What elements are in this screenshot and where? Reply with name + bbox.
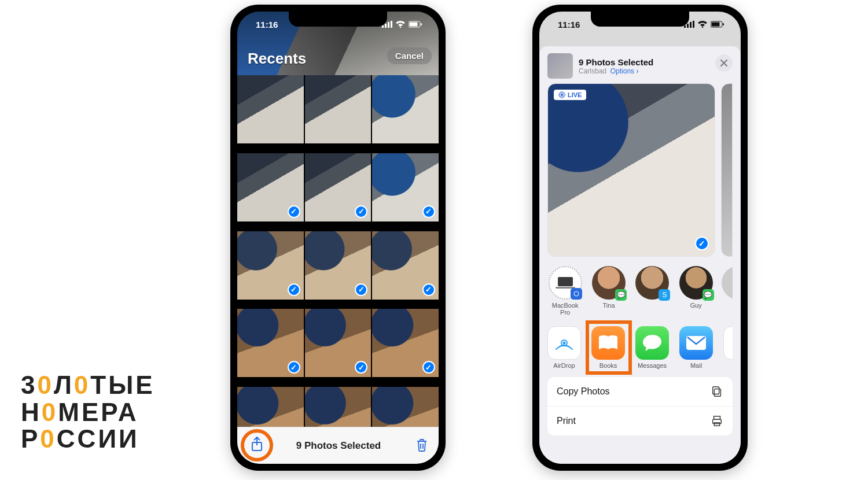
share-apps-row[interactable]: AirDrop Books — [539, 323, 741, 374]
copy-icon — [711, 385, 723, 398]
live-icon — [558, 91, 565, 98]
svg-rect-20 — [558, 277, 573, 286]
selected-check-icon: ✓ — [288, 361, 300, 374]
svg-rect-6 — [410, 23, 418, 27]
books-icon — [591, 326, 625, 360]
photo-grid[interactable]: ✓ ✓ ✓ ✓ ✓ ✓ ✓ ✓ ✓ — [237, 75, 439, 464]
contact-more[interactable] — [722, 266, 733, 302]
svg-rect-15 — [712, 23, 720, 27]
avatar: 💬 — [592, 266, 626, 300]
status-time: 11:16 — [558, 20, 580, 29]
thumb[interactable]: ✓ — [237, 309, 304, 377]
album-title: Recents — [248, 50, 306, 67]
contact-name: MacBook Pro — [547, 302, 583, 316]
close-button[interactable] — [715, 54, 733, 72]
thumb[interactable]: ✓ — [237, 231, 304, 300]
thumb[interactable] — [237, 75, 304, 143]
cancel-button[interactable]: Cancel — [387, 47, 432, 64]
header-title: 9 Photos Selected — [579, 57, 653, 67]
thumb[interactable]: ✓ — [372, 231, 439, 300]
app-mail[interactable]: Mail — [679, 326, 713, 369]
thumb[interactable]: ✓ — [305, 153, 372, 221]
share-sheet-header: 9 Photos Selected Carlsbad Options › — [539, 46, 741, 83]
svg-rect-12 — [693, 21, 694, 28]
selection-count: 9 Photos Selected — [296, 440, 381, 452]
selected-check-icon: ✓ — [422, 205, 435, 218]
status-icons — [684, 21, 724, 28]
thumb[interactable]: ✓ — [237, 153, 304, 221]
contact-name: Tina — [591, 302, 626, 309]
battery-icon — [409, 21, 422, 28]
contact-macbook[interactable]: MacBook Pro — [547, 266, 583, 316]
svg-rect-27 — [713, 387, 719, 394]
thumb[interactable]: ✓ — [372, 153, 439, 221]
messages-badge-icon: 💬 — [703, 289, 714, 301]
svg-point-13 — [702, 27, 703, 28]
notch — [289, 12, 387, 27]
preview-photo[interactable]: LIVE ✓ — [547, 83, 715, 257]
svg-rect-26 — [714, 389, 720, 397]
share-contacts-row[interactable]: MacBook Pro 💬 Tina S — [539, 263, 741, 323]
header-thumbnail — [547, 53, 573, 79]
thumb[interactable]: ✓ — [305, 309, 372, 377]
app-more[interactable] — [723, 326, 733, 362]
action-print[interactable]: Print — [547, 407, 733, 435]
airdrop-icon — [547, 326, 581, 360]
action-copy-photos[interactable]: Copy Photos — [547, 377, 733, 407]
svg-rect-11 — [690, 22, 692, 28]
app-airdrop[interactable]: AirDrop — [547, 326, 581, 369]
mail-icon — [679, 326, 713, 360]
app-label: Mail — [679, 362, 713, 369]
selected-check-icon: ✓ — [355, 361, 367, 374]
svg-rect-30 — [714, 423, 719, 426]
svg-rect-16 — [723, 23, 724, 25]
device-icon — [549, 266, 582, 300]
svg-rect-3 — [391, 21, 392, 28]
app-books[interactable]: Books — [591, 326, 625, 369]
thumb[interactable]: ✓ — [305, 231, 372, 300]
svg-point-24 — [563, 342, 566, 345]
thumb[interactable] — [305, 75, 372, 143]
wifi-icon — [698, 21, 707, 28]
avatar — [722, 266, 733, 300]
annotation-share-circle — [241, 429, 273, 461]
close-icon — [720, 59, 728, 67]
svg-rect-9 — [684, 25, 686, 28]
svg-rect-10 — [687, 24, 689, 28]
contact-guy[interactable]: 💬 Guy — [678, 266, 713, 309]
svg-point-4 — [400, 27, 401, 28]
trash-button[interactable] — [415, 438, 428, 454]
options-link[interactable]: Options › — [610, 67, 639, 75]
skype-badge-icon: S — [659, 289, 670, 301]
thumb[interactable]: ✓ — [372, 309, 439, 377]
action-label: Copy Photos — [557, 386, 610, 397]
avatar: S — [635, 266, 669, 300]
action-label: Print — [557, 416, 576, 426]
avatar: 💬 — [679, 266, 713, 300]
status-icons — [382, 21, 422, 28]
selected-check-icon: ✓ — [695, 237, 709, 250]
share-icon — [251, 437, 263, 452]
header-subtitle: Carlsbad Options › — [579, 67, 653, 75]
svg-point-22 — [574, 291, 579, 296]
svg-rect-1 — [385, 24, 387, 28]
status-time: 11:16 — [256, 20, 278, 29]
action-list: Copy Photos Print — [547, 377, 733, 435]
preview-area[interactable]: LIVE ✓ — [539, 83, 741, 263]
preview-next[interactable] — [721, 83, 733, 257]
selected-check-icon: ✓ — [422, 361, 435, 374]
svg-point-17 — [561, 94, 563, 96]
app-label: Books — [591, 362, 625, 369]
contact-name: Guy — [678, 302, 713, 309]
app-label: AirDrop — [547, 362, 581, 369]
live-badge: LIVE — [554, 90, 586, 100]
contact-tina[interactable]: 💬 Tina — [591, 266, 626, 309]
share-button[interactable] — [251, 437, 263, 454]
battery-icon — [711, 21, 724, 28]
thumb[interactable] — [372, 75, 439, 143]
app-messages[interactable]: Messages — [635, 326, 669, 369]
svg-rect-28 — [714, 416, 720, 420]
more-icon — [723, 326, 733, 360]
contact-person[interactable]: S — [635, 266, 670, 302]
selected-check-icon: ✓ — [288, 283, 300, 296]
